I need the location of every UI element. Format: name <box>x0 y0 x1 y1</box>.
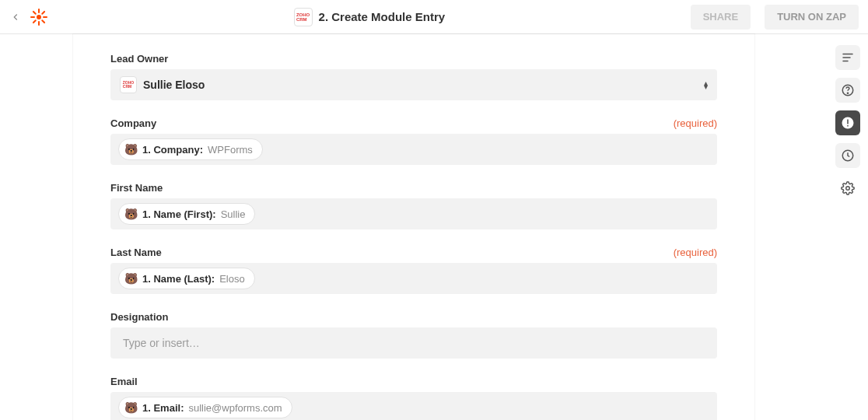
first-name-pill-value: Sullie <box>221 208 246 220</box>
wpforms-icon: 🐻 <box>124 142 138 156</box>
designation-label: Designation <box>110 311 168 323</box>
top-bar: ZOHOCRM 2. Create Module Entry SHARE TUR… <box>0 0 868 34</box>
last-name-pill[interactable]: 🐻 1. Name (Last): Eloso <box>118 268 255 289</box>
field-company: Company (required) 🐻 1. Company: WPForms <box>110 117 717 165</box>
field-last-name: Last Name (required) 🐻 1. Name (Last): E… <box>110 247 717 294</box>
wpforms-icon: 🐻 <box>124 401 138 415</box>
svg-rect-3 <box>30 16 35 18</box>
settings-icon[interactable] <box>835 176 860 201</box>
field-designation: Designation Type or insert… <box>110 311 717 359</box>
email-pill[interactable]: 🐻 1. Email: sullie@wpforms.com <box>118 397 292 418</box>
lead-owner-select[interactable]: ZOHOCRM Sullie Eloso ▴▾ <box>110 69 717 100</box>
company-pill-label: 1. Company: <box>142 144 203 156</box>
alert-icon[interactable] <box>835 110 860 135</box>
turn-on-zap-button[interactable]: TURN ON ZAP <box>765 5 859 30</box>
svg-rect-7 <box>33 10 37 15</box>
svg-rect-16 <box>847 125 849 127</box>
first-name-pill[interactable]: 🐻 1. Name (First): Sullie <box>118 203 255 225</box>
first-name-input[interactable]: 🐻 1. Name (First): Sullie <box>110 198 717 229</box>
step-app-icon: ZOHOCRM <box>294 8 313 26</box>
email-pill-value: sullie@wpforms.com <box>188 402 282 414</box>
field-email: Email 🐻 1. Email: sullie@wpforms.com <box>110 376 717 420</box>
help-icon[interactable] <box>835 78 860 103</box>
company-required: (required) <box>674 117 717 129</box>
email-input[interactable]: 🐻 1. Email: sullie@wpforms.com <box>110 392 717 420</box>
last-name-input[interactable]: 🐻 1. Name (Last): Eloso <box>110 263 717 294</box>
svg-rect-4 <box>43 16 47 18</box>
company-input[interactable]: 🐻 1. Company: WPForms <box>110 134 717 165</box>
svg-point-18 <box>846 187 850 191</box>
field-first-name: First Name 🐻 1. Name (First): Sullie <box>110 182 717 229</box>
svg-point-13 <box>847 93 848 93</box>
wpforms-icon: 🐻 <box>124 207 138 221</box>
title-wrap: ZOHOCRM 2. Create Module Entry <box>56 8 683 26</box>
svg-rect-15 <box>847 120 849 124</box>
email-pill-label: 1. Email: <box>142 402 184 414</box>
last-name-required: (required) <box>674 247 717 258</box>
history-icon[interactable] <box>835 143 860 168</box>
svg-rect-2 <box>38 21 40 26</box>
lead-owner-label: Lead Owner <box>110 53 168 65</box>
zapier-logo-icon <box>30 8 48 26</box>
field-lead-owner: Lead Owner ZOHOCRM Sullie Eloso ▴▾ <box>110 53 717 100</box>
svg-point-0 <box>37 15 41 19</box>
select-caret-icon: ▴▾ <box>704 81 708 89</box>
right-rail <box>835 45 860 201</box>
first-name-pill-label: 1. Name (First): <box>142 208 216 220</box>
last-name-pill-value: Eloso <box>219 273 245 285</box>
designation-placeholder: Type or insert… <box>118 337 200 349</box>
company-pill[interactable]: 🐻 1. Company: WPForms <box>118 138 263 160</box>
svg-rect-1 <box>38 9 40 13</box>
last-name-label: Last Name <box>110 247 162 258</box>
designation-input[interactable]: Type or insert… <box>110 327 717 359</box>
share-button[interactable]: SHARE <box>691 5 751 30</box>
email-label: Email <box>110 376 138 387</box>
outline-icon[interactable] <box>835 45 860 70</box>
svg-rect-6 <box>33 19 37 23</box>
page-title: 2. Create Module Entry <box>319 10 446 23</box>
company-pill-value: WPForms <box>208 144 253 156</box>
zoho-app-icon: ZOHOCRM <box>120 76 137 93</box>
first-name-label: First Name <box>110 182 163 194</box>
form-panel: Lead Owner ZOHOCRM Sullie Eloso ▴▾ Compa… <box>73 34 754 420</box>
lead-owner-value: Sullie Eloso <box>143 79 205 91</box>
svg-rect-8 <box>41 19 46 23</box>
last-name-pill-label: 1. Name (Last): <box>142 273 215 285</box>
svg-rect-5 <box>41 10 46 15</box>
back-chevron-icon[interactable] <box>9 12 22 23</box>
company-label: Company <box>110 117 156 129</box>
wpforms-icon: 🐻 <box>124 271 138 285</box>
